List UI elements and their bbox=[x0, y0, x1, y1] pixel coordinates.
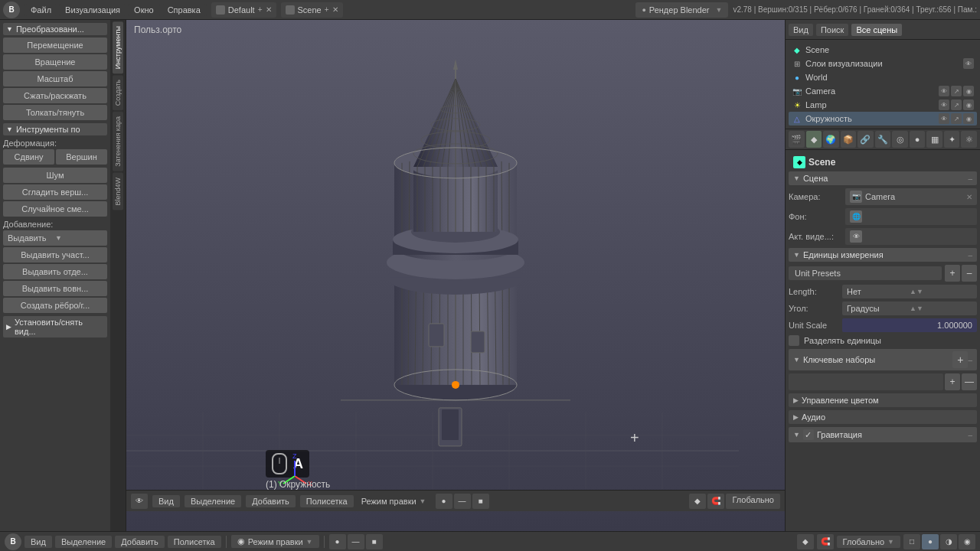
vertex-mode-btn[interactable]: ● bbox=[329, 534, 346, 549]
color-mgmt-section[interactable]: ▶ Управление цветом bbox=[789, 393, 977, 407]
transform-section-header[interactable]: ▼ Преобразовани... bbox=[3, 23, 107, 35]
scene-section-header[interactable]: ▼ Сцена – bbox=[789, 171, 977, 185]
snap-bottom-btn[interactable]: 🧲 bbox=[817, 534, 834, 549]
btn-smooth[interactable]: Сгладить верш... bbox=[3, 184, 107, 200]
bottom-menu-select[interactable]: Выделение bbox=[55, 536, 112, 548]
set-view-header[interactable]: ▶ Установить/снять вид... bbox=[3, 316, 107, 337]
viewport-canvas[interactable]: Польз.орто bbox=[126, 20, 785, 531]
menu-file[interactable]: Файл bbox=[24, 4, 57, 16]
vp-view-btn[interactable]: 👁 bbox=[131, 494, 148, 509]
tree-camera[interactable]: 📷 Camera 👁 ↗ ◉ bbox=[789, 84, 977, 98]
keying-dash-btn[interactable]: — bbox=[962, 373, 977, 390]
btn-view[interactable]: Вид bbox=[789, 24, 813, 36]
vp-menu-select[interactable]: Выделение bbox=[185, 495, 241, 507]
tree-world[interactable]: ● World bbox=[789, 70, 977, 84]
units-section-collapse[interactable]: – bbox=[968, 251, 972, 259]
add-workspace2[interactable]: + bbox=[325, 5, 329, 14]
btn-all-scenes[interactable]: Все сцены bbox=[851, 24, 902, 36]
tab-create[interactable]: Создать bbox=[113, 75, 123, 110]
btn-random[interactable]: Случайное сме... bbox=[3, 201, 107, 217]
btn-vertex[interactable]: Вершин bbox=[56, 149, 107, 165]
tree-scene[interactable]: ◆ Scene bbox=[789, 43, 977, 57]
world-props-btn[interactable]: 🌍 bbox=[823, 131, 839, 148]
length-dropdown[interactable]: Нет ▲▼ bbox=[842, 285, 977, 298]
btn-noise[interactable]: Шум bbox=[3, 168, 107, 183]
data-btn[interactable]: ◎ bbox=[892, 131, 908, 148]
edit-mode-btn[interactable]: ◉ Режим правки ▼ bbox=[231, 535, 319, 548]
tree-lamp[interactable]: ☀ Lamp 👁 ↗ ◉ bbox=[789, 98, 977, 112]
btn-shear[interactable]: Сдвину bbox=[3, 149, 54, 165]
scene-props-btn[interactable]: ◆ bbox=[806, 131, 822, 148]
keying-input[interactable] bbox=[789, 373, 943, 390]
snap-btn[interactable]: 🧲 bbox=[707, 494, 724, 509]
camera-restrict-select[interactable]: ↗ bbox=[951, 86, 962, 96]
camera-clear-btn[interactable]: ✕ bbox=[966, 193, 972, 201]
btn-create-edge[interactable]: Создать рёбро/г... bbox=[3, 298, 107, 313]
units-section-header[interactable]: ▼ Единицы измерения – bbox=[789, 248, 977, 262]
render-btn[interactable]: ◉ bbox=[959, 534, 975, 549]
global-btn[interactable]: Глобально bbox=[726, 494, 780, 509]
mesh-restrict-select[interactable]: ↗ bbox=[951, 113, 962, 124]
vertex-select[interactable]: ● bbox=[436, 494, 452, 509]
workspace1-segment[interactable]: Default + ✕ bbox=[211, 2, 276, 18]
texture-btn[interactable]: ▦ bbox=[926, 131, 942, 148]
pivot-btn[interactable]: ◆ bbox=[689, 494, 706, 509]
gravity-section-collapse[interactable]: – bbox=[968, 431, 972, 439]
tab-tools[interactable]: Инструменты bbox=[113, 21, 123, 73]
restrict-view-icon[interactable]: 👁 bbox=[963, 58, 974, 69]
unit-presets-remove[interactable]: – bbox=[962, 265, 977, 282]
close-workspace2[interactable]: ✕ bbox=[332, 5, 338, 14]
bottom-menu-view[interactable]: Вид bbox=[24, 536, 52, 548]
extrude-dropdown[interactable]: Выдавить ▼ bbox=[3, 230, 107, 246]
camera-restrict-view[interactable]: 👁 bbox=[939, 86, 949, 96]
camera-value[interactable]: 📷 Camera ✕ bbox=[845, 188, 977, 205]
btn-extrude-region[interactable]: Выдавить участ... bbox=[3, 247, 107, 262]
btn-extrude-inward[interactable]: Выдавить вовн... bbox=[3, 281, 107, 296]
menu-viz[interactable]: Визуализация bbox=[59, 4, 126, 16]
scene-section-collapse[interactable]: – bbox=[968, 174, 972, 183]
modifier-btn[interactable]: 🔧 bbox=[875, 131, 891, 148]
audio-section[interactable]: ▶ Аудио bbox=[789, 410, 977, 424]
btn-scale[interactable]: Масштаб bbox=[3, 71, 107, 86]
close-workspace1[interactable]: ✕ bbox=[266, 5, 272, 14]
material-btn[interactable]: ● bbox=[910, 131, 926, 148]
btn-shrink[interactable]: Сжать/раскжать bbox=[3, 88, 107, 103]
btn-move[interactable]: Перемещение bbox=[3, 37, 107, 53]
gravity-section-header[interactable]: ▼ ✓ Гравитация – bbox=[789, 427, 977, 442]
lamp-restrict-select[interactable]: ↗ bbox=[951, 99, 962, 110]
mesh-restrict-view[interactable]: 👁 bbox=[939, 113, 949, 124]
tab-shading[interactable]: Затенения кара bbox=[113, 112, 123, 171]
act-view-value[interactable]: 👁 bbox=[845, 228, 977, 245]
bg-value[interactable]: 🌐 bbox=[845, 208, 977, 225]
btn-extrude-individual[interactable]: Выдавить отде... bbox=[3, 264, 107, 279]
lamp-restrict-view[interactable]: 👁 bbox=[939, 99, 949, 110]
particles-btn[interactable]: ✦ bbox=[944, 131, 960, 148]
edge-mode-btn[interactable]: — bbox=[348, 534, 364, 549]
unit-scale-input[interactable]: 1.000000 bbox=[842, 318, 977, 332]
lamp-restrict-render[interactable]: ◉ bbox=[963, 99, 974, 110]
solid-btn[interactable]: ● bbox=[922, 534, 939, 549]
add-workspace1[interactable]: + bbox=[258, 5, 263, 14]
bottom-menu-add[interactable]: Добавить bbox=[115, 536, 165, 548]
unit-presets-add[interactable]: + bbox=[945, 265, 960, 282]
vp-menu-mesh[interactable]: Полисетка bbox=[300, 495, 354, 507]
face-mode-btn[interactable]: ■ bbox=[366, 534, 383, 549]
btn-search[interactable]: Поиск bbox=[816, 24, 848, 36]
physics-btn[interactable]: ⚛ bbox=[961, 131, 977, 148]
vp-menu-add[interactable]: Добавить bbox=[246, 495, 296, 507]
unit-presets-label[interactable]: Unit Presets bbox=[789, 266, 942, 280]
tree-mesh[interactable]: △ Окружность 👁 ↗ ◉ bbox=[789, 112, 977, 126]
tools-section-header[interactable]: ▼ Инструменты по bbox=[3, 123, 107, 135]
render-engine-selector[interactable]: ● Рендер Blender ▼ bbox=[635, 2, 728, 18]
btn-rotate[interactable]: Вращение bbox=[3, 54, 107, 70]
mesh-restrict-render[interactable]: ◉ bbox=[963, 113, 974, 124]
material-btn2[interactable]: ◑ bbox=[940, 534, 957, 549]
menu-help[interactable]: Справка bbox=[162, 4, 207, 16]
render-props-btn[interactable]: 🎬 bbox=[789, 131, 805, 148]
menu-window[interactable]: Окно bbox=[128, 4, 160, 16]
tree-vis-layers[interactable]: ⊞ Слои визуализации 👁 bbox=[789, 57, 977, 70]
tab-blend4w[interactable]: Blend4W bbox=[113, 173, 123, 210]
edge-select[interactable]: — bbox=[454, 494, 471, 509]
gravity-checkbox[interactable]: ✓ bbox=[803, 429, 814, 440]
mode-selector[interactable]: Режим правки ▼ bbox=[361, 497, 426, 506]
